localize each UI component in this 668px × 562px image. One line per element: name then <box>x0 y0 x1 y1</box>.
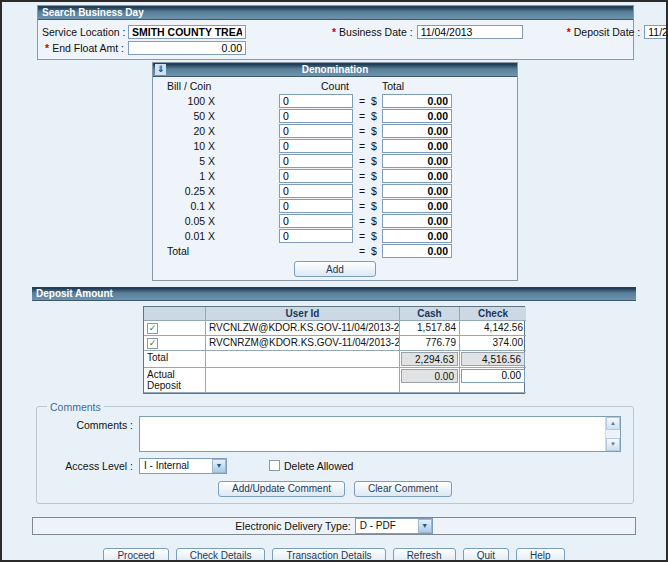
clear-comment-button[interactable]: Clear Comment <box>354 481 452 497</box>
denomination-total-input <box>382 94 452 108</box>
delete-allowed-group: Delete Allowed <box>269 460 353 472</box>
denomination-count-input[interactable] <box>279 229 353 243</box>
access-level-label: Access Level : <box>45 460 133 472</box>
comments-textarea-wrap: ▲ ▼ <box>139 416 621 452</box>
deposit-check-value: 374.00 <box>460 336 526 351</box>
denomination-count-input[interactable] <box>279 169 353 183</box>
denomination-total-input <box>382 199 452 213</box>
service-location-row: Service Location : * Business Date : * D… <box>42 24 627 39</box>
deposit-date-label: Deposit Date : <box>574 26 641 38</box>
comments-textarea[interactable] <box>140 417 605 451</box>
required-asterisk: * <box>332 26 336 38</box>
dollar-sign: $ <box>371 245 382 257</box>
search-business-day-panel: Search Business Day Service Location : *… <box>37 5 634 60</box>
check-column-header: Check <box>460 307 526 321</box>
deposit-amount-header: Deposit Amount <box>32 287 636 301</box>
access-level-row: Access Level : I - Internal ▼ Delete All… <box>45 458 625 474</box>
delivery-type-select[interactable]: D - PDF ▼ <box>355 518 433 534</box>
collapse-arrow-icon[interactable]: ⇓ <box>155 64 166 75</box>
dollar-sign: $ <box>371 230 382 242</box>
denomination-rows: 100 X=$50 X=$20 X=$10 X=$5 X=$1 X=$0.25 … <box>153 93 517 243</box>
denomination-row: 0.25 X=$ <box>153 183 517 198</box>
equals-sign: = <box>353 230 371 242</box>
equals-sign: = <box>353 170 371 182</box>
deposit-row: ✓RVCNLZW@KDOR.KS.GOV-11/04/2013-242-SM1,… <box>144 321 524 336</box>
quit-button[interactable]: Quit <box>463 548 509 562</box>
comments-panel: Comments Comments : ▲ ▼ Access Level : I… <box>36 401 634 504</box>
denomination-count-input[interactable] <box>279 184 353 198</box>
required-asterisk: * <box>567 26 571 38</box>
denomination-total-input <box>382 229 452 243</box>
denomination-column-headers: Bill / Coin Count Total <box>153 79 517 93</box>
business-date-input[interactable] <box>417 25 523 39</box>
deposit-select-column-header <box>144 307 206 321</box>
denomination-total-input <box>382 154 452 168</box>
denomination-total-input <box>382 109 452 123</box>
search-business-day-header: Search Business Day <box>38 6 633 20</box>
denomination-count-input[interactable] <box>279 199 353 213</box>
denomination-count-input[interactable] <box>279 154 353 168</box>
actual-deposit-check-input[interactable] <box>461 369 525 383</box>
dollar-sign: $ <box>371 170 382 182</box>
proceed-button[interactable]: Proceed <box>103 548 168 562</box>
dollar-sign: $ <box>371 215 382 227</box>
deposit-user-id: RVCNRZM@KDOR.KS.GOV-11/04/2013-244-SM <box>206 336 400 351</box>
denomination-count-input[interactable] <box>279 109 353 123</box>
denomination-label: 10 X <box>167 140 215 152</box>
deposit-amount-table: User Id Cash Check ✓RVCNLZW@KDOR.KS.GOV-… <box>143 306 525 394</box>
comments-row: Comments : ▲ ▼ <box>45 416 625 452</box>
required-asterisk: * <box>45 42 49 54</box>
denomination-count-input[interactable] <box>279 139 353 153</box>
denomination-total-input <box>382 169 452 183</box>
denomination-label: 0.01 X <box>167 230 215 242</box>
deposit-total-check: 4,516.56 <box>461 352 525 366</box>
denomination-grand-total-input <box>382 244 452 258</box>
chevron-down-icon: ▼ <box>418 519 432 533</box>
delete-allowed-checkbox[interactable] <box>269 460 280 471</box>
deposit-cash-value: 776.79 <box>400 336 460 351</box>
deposit-date-input[interactable] <box>644 25 668 39</box>
chevron-down-icon: ▼ <box>212 459 226 473</box>
denomination-label: 0.1 X <box>167 200 215 212</box>
deposit-total-label: Total <box>144 351 206 368</box>
denomination-row: 20 X=$ <box>153 123 517 138</box>
delivery-type-label: Electronic Delivery Type: <box>235 520 350 532</box>
equals-sign: = <box>353 215 371 227</box>
denomination-count-input[interactable] <box>279 124 353 138</box>
refresh-button[interactable]: Refresh <box>393 548 456 562</box>
denomination-total-row: Total = $ <box>153 243 517 258</box>
check-details-button[interactable]: Check Details <box>176 548 266 562</box>
transaction-details-button[interactable]: Transaction Details <box>272 548 385 562</box>
scroll-down-icon[interactable]: ▼ <box>606 438 620 451</box>
deposit-row-checkbox[interactable]: ✓ <box>147 338 158 349</box>
access-level-select[interactable]: I - Internal ▼ <box>139 458 227 474</box>
dollar-sign: $ <box>371 110 382 122</box>
end-float-label: *End Float Amt : <box>42 42 124 54</box>
delivery-type-row: Electronic Delivery Type: D - PDF ▼ <box>32 517 636 535</box>
total-column-header: Total <box>382 80 404 92</box>
denomination-label: 0.05 X <box>167 215 215 227</box>
delete-allowed-label: Delete Allowed <box>284 460 353 472</box>
help-button[interactable]: Help <box>516 548 565 562</box>
scroll-up-icon[interactable]: ▲ <box>606 417 620 430</box>
equals-sign: = <box>353 110 371 122</box>
dollar-sign: $ <box>371 125 382 137</box>
deposit-cash-value: 1,517.84 <box>400 321 460 336</box>
deposit-row-checkbox[interactable]: ✓ <box>147 323 158 334</box>
denomination-total-label: Total <box>167 245 353 257</box>
equals-sign: = <box>353 95 371 107</box>
equals-sign: = <box>353 155 371 167</box>
equals-sign: = <box>353 185 371 197</box>
denomination-total-input <box>382 214 452 228</box>
add-update-comment-button[interactable]: Add/Update Comment <box>218 481 345 497</box>
denomination-count-input[interactable] <box>279 94 353 108</box>
textarea-scrollbar[interactable]: ▲ ▼ <box>605 417 620 451</box>
dollar-sign: $ <box>371 140 382 152</box>
deposit-user-id: RVCNLZW@KDOR.KS.GOV-11/04/2013-242-SM <box>206 321 400 336</box>
equals-sign: = <box>353 140 371 152</box>
denomination-total-input <box>382 184 452 198</box>
bill-coin-column-header: Bill / Coin <box>167 80 279 92</box>
service-location-input[interactable] <box>128 25 246 39</box>
add-button[interactable]: Add <box>294 261 376 277</box>
denomination-count-input[interactable] <box>279 214 353 228</box>
